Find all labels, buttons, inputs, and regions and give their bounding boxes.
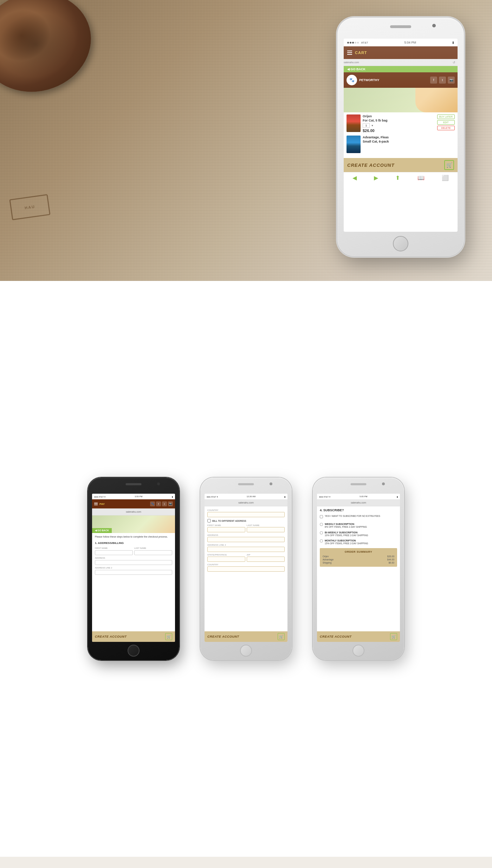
bottom-navigation: ◀ ▶ ⬆ 📖 ⬜ (344, 172, 458, 183)
battery-icon: ▮ (452, 41, 454, 44)
state-label: STATE/PROVINCE (207, 554, 245, 556)
instagram-icon[interactable]: 📷 (448, 77, 455, 84)
tabs-icon[interactable]: ⬜ (442, 175, 449, 181)
facebook-icon[interactable]: f (430, 77, 437, 84)
order-summary-title: ORDER SUMMARY (323, 550, 394, 553)
go-back-button[interactable]: ◀ GO BACK (92, 528, 112, 533)
bill-different-checkbox[interactable] (207, 519, 211, 522)
phone-home-button[interactable] (128, 645, 140, 657)
phone3-screen: ●●● AT&T ▾ 5:05 PM ▮ salenahu.com 4. SUB… (317, 494, 400, 642)
forward-arrow-icon[interactable]: ▶ (374, 175, 378, 181)
hero-section: HAU AT&T 5:04 PM ▮ (0, 0, 492, 281)
weekly-label: WEEKLY SUBSCRIPTION (325, 522, 367, 526)
name-fields: FIRST NAME LAST NAME (95, 547, 172, 555)
biweekly-radio[interactable] (320, 531, 323, 534)
phone-camera (157, 482, 160, 485)
back-arrow-icon[interactable]: ◀ (352, 175, 357, 181)
first-name-input[interactable] (95, 550, 133, 555)
subscribe-option-yes[interactable]: YES! I WANT TO SUBSCRIBE FOR NO EXTRA FE… (320, 515, 397, 520)
order-shipping-label: Shipping (323, 561, 331, 564)
iphone-large: AT&T 5:04 PM ▮ CART salenahu.com ↺ (337, 18, 464, 256)
share-icon[interactable]: ⬆ (395, 175, 400, 181)
weekly-radio[interactable] (320, 523, 323, 526)
facebook-icon[interactable]: f (156, 501, 161, 506)
create-account-label: CREATE ACCOUNT (207, 635, 239, 638)
social-icons: 🐾 f t 📷 (150, 501, 173, 506)
order-item-name: Orijen (323, 555, 329, 558)
cart-icon-button[interactable]: 🛒 (165, 633, 172, 640)
iphone-phone1: ●●● AT&T ▾ 3:55 PM ▮ PAY 🐾 f t 📷 (88, 478, 179, 660)
url-bar: salenahu.com ↺ (344, 59, 458, 66)
petworthy-logo: 🐾 PETWORTHY (347, 75, 380, 85)
cart-icon-button[interactable]: 🛒 (390, 633, 397, 640)
create-account-bar: CREATE ACCOUNT 🛒 (205, 631, 287, 642)
subscribe-option-biweekly[interactable]: BI-WEEKLY SUBSCRIPTION 10% OFF ITEMS, FR… (320, 531, 397, 537)
create-account-label: CREATE ACCOUNT (95, 635, 127, 638)
cart-items-list: OrijenFor Cat, 5 lb bag 1 ▼ $26.00 BUY L… (344, 112, 458, 158)
phone-speaker (126, 483, 142, 485)
app-nav-bar: CART (344, 46, 458, 59)
address-input[interactable] (207, 537, 285, 542)
signal-dots: ●●● AT&T ▾ (94, 495, 105, 498)
battery-icon: ▮ (172, 495, 173, 498)
twitter-icon[interactable]: t (162, 501, 167, 506)
battery-icon: ▮ (284, 495, 285, 498)
phone-speaker (351, 483, 367, 485)
bottom-section: ●●● AT&T ▾ 3:55 PM ▮ PAY 🐾 f t 📷 (0, 281, 492, 857)
subscribe-option-monthly[interactable]: MONTHLY SUBSCRIPTION 15% OFF ITEMS, FREE… (320, 539, 397, 545)
order-row-orijen: Orijen $26.00 (323, 555, 394, 558)
first-name-input[interactable] (207, 527, 245, 532)
instagram-icon[interactable]: 📷 (168, 501, 173, 506)
bookmark-icon[interactable]: 📖 (417, 175, 425, 181)
first-name-field: FIRST NAME (95, 547, 133, 555)
subscribe-checkbox[interactable] (320, 515, 323, 518)
edit-button[interactable]: EDIT (437, 120, 455, 125)
phone-home-button[interactable] (393, 236, 408, 251)
go-back-bar[interactable]: ◀ GO BACK (344, 66, 458, 72)
state-input[interactable] (207, 557, 245, 562)
create-account-bar: CREATE ACCOUNT 🛒 (92, 631, 175, 642)
cart-icon-button[interactable]: 🛒 (444, 160, 454, 170)
cart-icon-button[interactable]: 🛒 (278, 633, 285, 640)
weekly-sublabel: 8% OFF ITEMS, FREE 2-DAY SHIPPING (325, 526, 367, 528)
quantity-selector[interactable]: 1 ▼ (363, 123, 435, 128)
address2-input[interactable] (207, 547, 285, 552)
stamp-decoration: HAU (9, 194, 50, 221)
biweekly-option-text: BI-WEEKLY SUBSCRIPTION 10% OFF ITEMS, FR… (325, 531, 368, 537)
country-input-bottom[interactable] (207, 566, 285, 572)
last-name-input[interactable] (247, 527, 285, 532)
buy-later-button[interactable]: BUY LATER (437, 114, 455, 119)
delete-button[interactable]: DELETE (437, 126, 455, 130)
monthly-radio[interactable] (320, 539, 323, 542)
product-image (347, 114, 361, 132)
phone-home-button[interactable] (352, 645, 364, 657)
create-account-bar: CREATE ACCOUNT 🛒 (344, 158, 458, 172)
logo-text: PETWORTHY (359, 78, 380, 82)
refresh-icon[interactable]: ↺ (453, 61, 458, 64)
biweekly-sublabel: 10% OFF ITEMS, FREE 2-DAY SHIPPING (325, 534, 368, 537)
name-row: FIRST NAME LAST NAME (207, 524, 285, 534)
hamburger-menu[interactable] (347, 51, 352, 55)
last-name-input[interactable] (134, 550, 172, 555)
order-item-price: $26.00 (387, 555, 394, 558)
zip-label: ZIP (247, 554, 285, 556)
address2-input[interactable] (95, 570, 172, 575)
url-text: salenahu.com (344, 61, 359, 64)
twitter-icon[interactable]: t (439, 77, 446, 84)
country-input-top[interactable] (207, 512, 285, 517)
phone-home-button[interactable] (240, 645, 252, 657)
signal-dots: ●●● AT&T ▾ (319, 495, 330, 498)
create-account-bar: CREATE ACCOUNT 🛒 (317, 631, 400, 642)
petworthy-logo-sm: 🐾 (150, 501, 155, 506)
address2-label: ADDRESS LINE 2 (95, 566, 172, 570)
hamburger-menu[interactable] (94, 502, 98, 506)
url-bar: salenahu.com (92, 508, 175, 515)
address-input[interactable] (95, 560, 172, 565)
last-name-label: LAST NAME (247, 524, 285, 526)
signal-dots: ●●● AT&T ▾ (207, 495, 218, 498)
zip-input[interactable] (247, 557, 285, 562)
cart-item: Advantage, FleasSmall Cat, 6-pack (347, 136, 455, 153)
bill-different-label: BILL TO DIFFERENT ADDRESS (212, 520, 246, 522)
product-name: OrijenFor Cat, 5 lb bag (363, 114, 435, 123)
subscribe-option-weekly[interactable]: WEEKLY SUBSCRIPTION 8% OFF ITEMS, FREE 2… (320, 522, 397, 529)
